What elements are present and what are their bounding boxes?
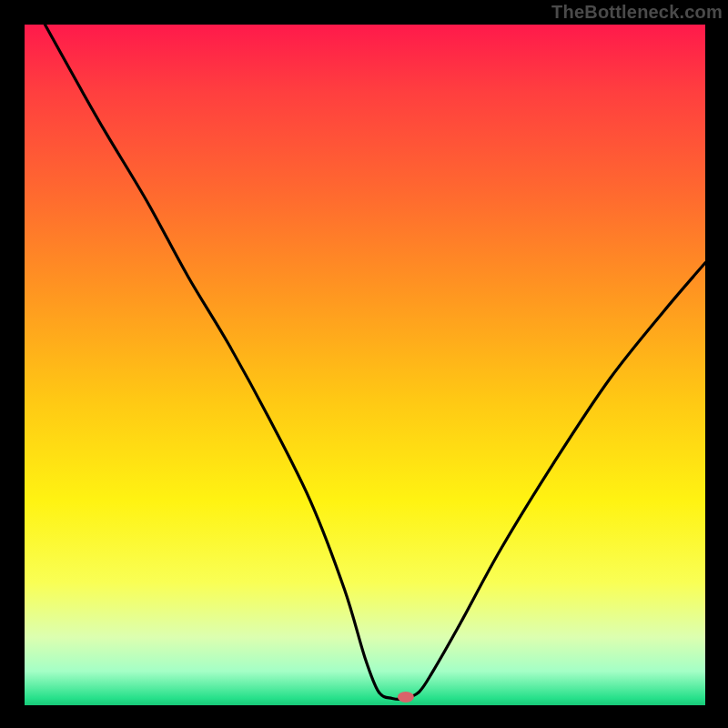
chart-container: TheBottleneck.com — [0, 0, 728, 728]
plot-background — [25, 25, 705, 705]
minimum-marker — [398, 692, 414, 703]
watermark-text: TheBottleneck.com — [551, 2, 723, 23]
bottleneck-chart — [0, 0, 728, 728]
